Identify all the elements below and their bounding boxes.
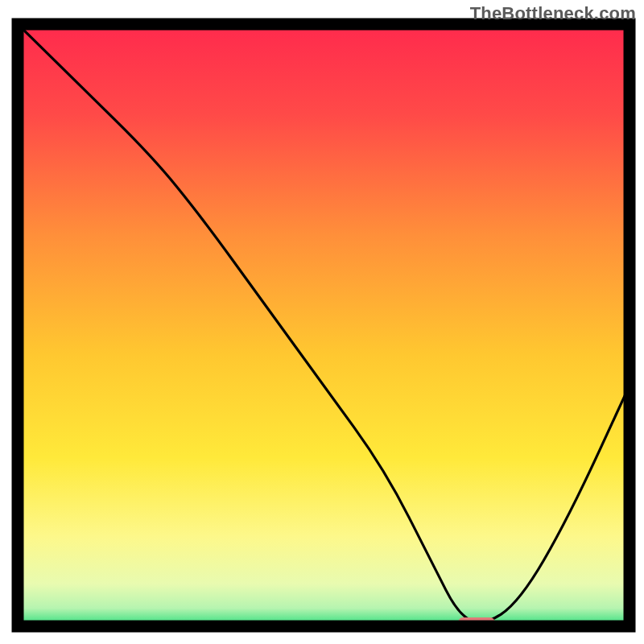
- chart-container: TheBottleneck.com: [0, 0, 644, 644]
- bottleneck-chart: [0, 0, 644, 644]
- watermark-text: TheBottleneck.com: [470, 3, 636, 24]
